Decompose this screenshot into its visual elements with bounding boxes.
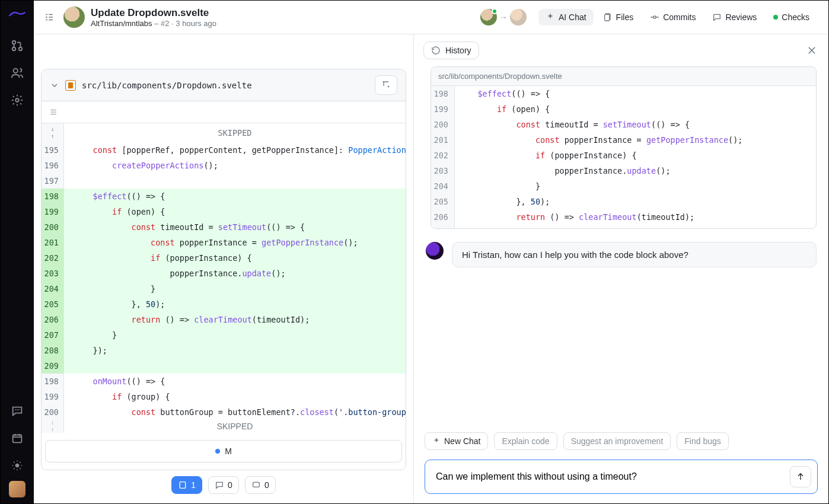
review-marker[interactable]: M — [45, 440, 402, 462]
arrow-icon: → — [499, 12, 508, 22]
diff-line[interactable]: 200 const buttonGroup = buttonElement?.c… — [42, 404, 406, 420]
new-chat-button[interactable]: New Chat — [425, 432, 488, 450]
svg-point-2 — [19, 47, 23, 51]
find-bugs-chip[interactable]: Find bugs — [677, 432, 728, 450]
history-button[interactable]: History — [423, 42, 479, 59]
diff-code-block[interactable]: ↓↑ SKIPPED 195 const [popperRef, popperC… — [42, 123, 406, 420]
svg-point-9 — [15, 464, 20, 468]
comments-pill[interactable]: 0 — [208, 476, 239, 494]
summary-pills: 1 0 0 — [41, 476, 406, 494]
snippet-line: 200 const timeoutId = setTimeout(() => { — [431, 117, 816, 132]
svg-point-4 — [15, 98, 19, 102]
diff-line[interactable]: 201 const popperInstance = getPopperInst… — [42, 235, 406, 250]
chevron-down-icon[interactable] — [50, 81, 59, 90]
assistant-avatar — [426, 242, 444, 260]
sidebar-pull-requests[interactable] — [5, 34, 29, 58]
snippet-path: src/lib/components/Dropdown.svelte — [431, 67, 816, 86]
assistant-text: Hi Tristan, how can I help you with the … — [452, 242, 817, 267]
close-panel-button[interactable] — [805, 43, 819, 58]
diff-line[interactable]: 206 return () => clearTimeout(timeoutId)… — [42, 312, 406, 327]
svg-rect-15 — [180, 482, 186, 489]
sidebar-user-avatar[interactable] — [9, 481, 25, 497]
snippet-line: 201 const popperInstance = getPopperInst… — [431, 132, 816, 148]
svg-rect-8 — [13, 435, 22, 443]
skipped-label: SKIPPED — [64, 123, 406, 142]
skipped-label: SKIPPED — [64, 420, 406, 433]
expand-all-button[interactable] — [47, 106, 59, 118]
snippet-line: 206 return () => clearTimeout(timeoutId)… — [431, 209, 816, 225]
threads-pill[interactable]: 0 — [245, 476, 276, 494]
snippet-line: 203 popperInstance.update(); — [431, 163, 816, 178]
snippet-code[interactable]: 198 $effect(() => {199 if (open) {200 co… — [431, 86, 816, 228]
svg-point-13 — [383, 81, 385, 83]
snippet-line: 199 if (open) { — [431, 101, 816, 117]
svg-point-1 — [12, 47, 16, 51]
snippet-line: 202 if (popperInstance) { — [431, 148, 816, 163]
diff-line[interactable]: 195 const [popperRef, popperContent, get… — [42, 142, 406, 158]
svg-rect-16 — [253, 482, 260, 487]
diff-line[interactable]: 203 popperInstance.update(); — [42, 266, 406, 281]
chat-input[interactable] — [436, 471, 784, 482]
diff-line[interactable]: 200 const timeoutId = setTimeout(() => { — [42, 219, 406, 235]
assignee-list: → — [480, 9, 527, 25]
reviews-button[interactable]: Reviews — [705, 9, 764, 25]
chat-input-wrapper — [425, 460, 818, 494]
diff-line[interactable]: 208 }); — [42, 343, 406, 358]
diff-line[interactable]: 197 — [42, 173, 406, 189]
sidebar-settings[interactable] — [5, 88, 29, 112]
diff-view-button[interactable] — [375, 75, 397, 95]
status-dot-icon — [773, 15, 778, 20]
svg-point-6 — [17, 409, 18, 410]
assistant-message: Hi Tristan, how can I help you with the … — [414, 234, 828, 267]
diff-line[interactable]: 209 — [42, 358, 406, 374]
ai-chat-button[interactable]: AI Chat — [538, 9, 594, 25]
snippet-line: 198 $effect(() => { — [431, 86, 816, 101]
svg-rect-11 — [604, 14, 609, 21]
svg-point-3 — [14, 69, 18, 73]
files-button[interactable]: Files — [596, 9, 641, 25]
diff-pane: src/lib/components/Dropdown.svelte — [34, 34, 413, 503]
diff-line[interactable]: 199 if (group) { — [42, 389, 406, 404]
suggest-improvement-chip[interactable]: Suggest an improvement — [563, 432, 671, 450]
expand-up-button[interactable]: ↓↑ — [42, 123, 64, 142]
svg-point-0 — [12, 41, 16, 44]
snippet-line: 207 } — [431, 225, 816, 228]
diff-line[interactable]: 198 onMount(() => { — [42, 374, 406, 389]
ai-chat-panel: History src/lib/components/Dropdown.svel… — [413, 34, 828, 503]
sidebar-team[interactable] — [5, 61, 29, 85]
send-button[interactable] — [790, 466, 811, 487]
topbar: Update Dropdown.svelte AltTristan/mntlab… — [34, 1, 828, 34]
files-changed-pill[interactable]: 1 — [171, 476, 202, 494]
sidebar-calendar[interactable] — [5, 426, 29, 450]
svg-point-14 — [388, 86, 390, 88]
file-modified-icon — [65, 80, 76, 91]
svg-point-5 — [15, 409, 16, 410]
explain-code-chip[interactable]: Explain code — [494, 432, 557, 450]
outline-toggle-button[interactable] — [41, 9, 58, 25]
app-sidebar — [1, 1, 34, 503]
diff-line[interactable]: 204 } — [42, 281, 406, 296]
app-logo[interactable] — [8, 10, 26, 18]
diff-line[interactable]: 199 if (open) { — [42, 204, 406, 219]
assignee-avatar[interactable] — [480, 9, 497, 25]
snippet-line: 205 }, 50); — [431, 194, 816, 209]
context-snippet-card: src/lib/components/Dropdown.svelte 198 $… — [431, 66, 817, 229]
diff-line[interactable]: 202 if (popperInstance) { — [42, 250, 406, 266]
snippet-line: 204 } — [431, 178, 816, 194]
diff-line[interactable]: 207 } — [42, 327, 406, 343]
diff-line[interactable]: 198 $effect(() => { — [42, 189, 406, 204]
checks-button[interactable]: Checks — [766, 9, 817, 25]
expand-down-button[interactable]: ↓↑ — [42, 420, 64, 433]
pr-subtitle: AltTristan/mntlabs – #2 · 3 hours ago — [91, 19, 216, 28]
svg-point-7 — [18, 409, 20, 410]
sidebar-chat[interactable] — [5, 399, 29, 423]
pr-author-avatar[interactable] — [63, 7, 85, 28]
commits-button[interactable]: Commits — [643, 9, 703, 25]
diff-line[interactable]: 196 createPopperActions(); — [42, 158, 406, 173]
reviewer-avatar[interactable] — [510, 9, 527, 25]
file-path: src/lib/components/Dropdown.svelte — [82, 81, 252, 90]
file-diff-card: src/lib/components/Dropdown.svelte — [41, 69, 406, 470]
sidebar-theme[interactable] — [5, 454, 29, 477]
pr-title: Update Dropdown.svelte — [91, 7, 216, 19]
diff-line[interactable]: 205 }, 50); — [42, 296, 406, 312]
